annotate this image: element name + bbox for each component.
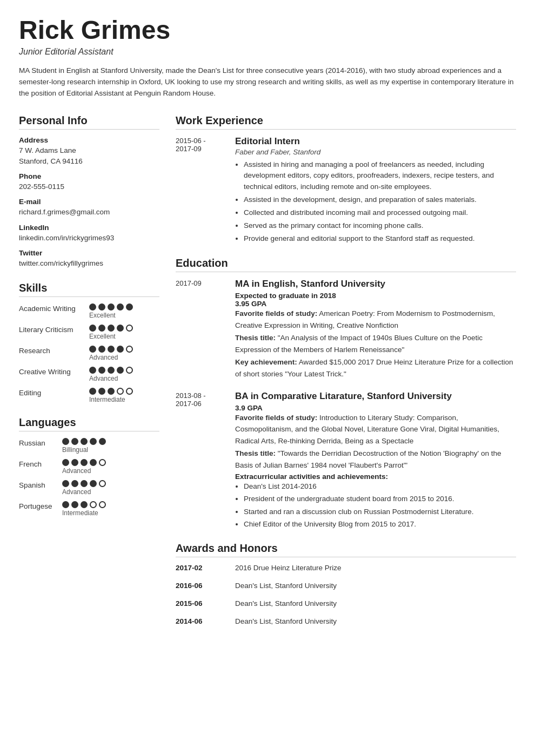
- skill-dot: [98, 367, 105, 374]
- edu-entry: 2017-09MA in English, Stanford Universit…: [176, 279, 516, 381]
- language-row: PortugeseIntermediate: [19, 501, 159, 517]
- linkedin-value: linkedin.com/in/rickygrimes93: [19, 233, 159, 244]
- language-dot: [71, 480, 78, 487]
- language-dot: [62, 501, 69, 508]
- skill-rating: Excellent: [89, 325, 133, 340]
- edu-fav: Favorite fields of study: Introduction t…: [235, 412, 516, 447]
- award-text: Dean's List, Stanford University: [235, 599, 337, 608]
- language-dot: [81, 480, 88, 487]
- skill-dot: [108, 346, 115, 353]
- award-text: 2016 Drue Heinz Literature Prize: [235, 564, 342, 572]
- right-column: Work Experience 2015-06 - 2017-09Editori…: [176, 114, 516, 636]
- skill-dot: [108, 303, 115, 310]
- language-dot: [90, 459, 97, 466]
- address-line2: Stanford, CA 94116: [19, 156, 159, 167]
- linkedin-label: LinkedIn: [19, 224, 159, 232]
- award-text: Dean's List, Stanford University: [235, 617, 337, 625]
- award-entry: 2017-022016 Drue Heinz Literature Prize: [176, 564, 516, 572]
- skill-rating: Excellent: [89, 303, 133, 319]
- language-dot: [71, 438, 78, 445]
- edu-gpa: 3.95 GPA: [235, 300, 516, 308]
- skill-dot: [108, 325, 115, 332]
- edu-entry: 2013-08 - 2017-06BA in Comparative Litar…: [176, 391, 516, 531]
- email-label: E-mail: [19, 198, 159, 206]
- edu-gpa: 3.9 GPA: [235, 404, 516, 412]
- language-dot: [90, 480, 97, 487]
- candidate-name: Rick Grimes: [19, 16, 516, 45]
- skills-section: Skills Academic WritingExcellentLiterary…: [19, 282, 159, 403]
- work-job-title: Editorial Intern: [235, 136, 516, 147]
- edu-date: 2013-08 - 2017-06: [176, 391, 224, 531]
- work-bullet-item: Provide general and editorial support to…: [244, 233, 516, 245]
- personal-info-title: Personal Info: [19, 114, 159, 130]
- skill-dot: [89, 346, 96, 353]
- award-text: Dean's List, Stanford University: [235, 582, 337, 590]
- language-row: FrenchAdvanced: [19, 459, 159, 475]
- skill-dot: [89, 388, 96, 395]
- edu-degree: BA in Comparative Litarature, Stanford U…: [235, 391, 516, 402]
- language-row: RussianBillingual: [19, 438, 159, 454]
- work-bullet-item: Served as the primary contact for incomi…: [244, 220, 516, 232]
- skill-row: ResearchAdvanced: [19, 346, 159, 361]
- language-rating: Intermediate: [62, 501, 106, 517]
- skill-dot: [98, 325, 105, 332]
- award-date: 2014-06: [176, 617, 224, 625]
- language-name: French: [19, 459, 57, 468]
- skill-dot: [98, 303, 105, 310]
- twitter-label: Twitter: [19, 249, 159, 257]
- skill-dot: [108, 367, 115, 374]
- skill-dot: [126, 346, 133, 353]
- languages-section: Languages RussianBillingualFrenchAdvance…: [19, 416, 159, 517]
- skill-level: Intermediate: [89, 396, 125, 403]
- phone-value: 202-555-0115: [19, 181, 159, 192]
- skill-dot: [126, 367, 133, 374]
- skill-dot: [117, 303, 124, 310]
- language-name: Portugese: [19, 501, 57, 510]
- language-level: Advanced: [62, 467, 91, 475]
- work-bullet-item: Assisted in hiring and managing a pool o…: [244, 159, 516, 193]
- award-entry: 2015-06Dean's List, Stanford University: [176, 599, 516, 608]
- email-value: richard.f.grimes@gmail.com: [19, 207, 159, 218]
- candidate-title: Junior Editorial Assistant: [19, 47, 516, 57]
- edu-key-achievement: Key achievement: Awarded $15,000 2017 Dr…: [235, 356, 516, 380]
- language-row: SpanishAdvanced: [19, 480, 159, 496]
- work-bullet-item: Assisted in the development, design, and…: [244, 194, 516, 206]
- skill-rating: Advanced: [89, 367, 133, 382]
- work-content: Editorial InternFaber and Faber, Stanfor…: [235, 136, 516, 246]
- edu-extra-bullet-item: President of the undergraduate student b…: [244, 493, 516, 505]
- language-level: Advanced: [62, 488, 91, 496]
- skill-dot: [126, 303, 133, 310]
- edu-extra-bullet-item: Started and ran a discussion club on Rus…: [244, 506, 516, 518]
- skill-dot: [98, 388, 105, 395]
- skill-name: Creative Writing: [19, 367, 84, 376]
- language-dot: [99, 480, 106, 487]
- skill-name: Research: [19, 346, 84, 355]
- skill-level: Excellent: [89, 333, 116, 340]
- language-dot: [71, 501, 78, 508]
- language-dot: [99, 438, 106, 445]
- language-rating: Advanced: [62, 480, 106, 496]
- skill-dot: [117, 346, 124, 353]
- skill-level: Advanced: [89, 354, 118, 361]
- phone-label: Phone: [19, 172, 159, 180]
- edu-thesis: Thesis title: "Towards the Derridian Dec…: [235, 448, 516, 471]
- language-level: Intermediate: [62, 509, 98, 517]
- awards-section: Awards and Honors 2017-022016 Drue Heinz…: [176, 542, 516, 625]
- language-dot: [81, 501, 88, 508]
- edu-content: MA in English, Stanford UniversityExpect…: [235, 279, 516, 381]
- language-level: Billingual: [62, 446, 88, 454]
- summary-text: MA Student in English at Stanford Univer…: [19, 65, 516, 99]
- edu-date: 2017-09: [176, 279, 224, 381]
- award-entry: 2014-06Dean's List, Stanford University: [176, 617, 516, 625]
- language-dot: [90, 501, 97, 508]
- award-entry: 2016-06Dean's List, Stanford University: [176, 582, 516, 590]
- edu-thesis: Thesis title: "An Analysis of the Impact…: [235, 332, 516, 355]
- award-date: 2017-02: [176, 564, 224, 572]
- work-section: Work Experience 2015-06 - 2017-09Editori…: [176, 114, 516, 246]
- language-rating: Advanced: [62, 459, 106, 475]
- edu-extra-label: Extracurricular activities and achieveme…: [235, 473, 516, 481]
- language-dot: [99, 501, 106, 508]
- skill-row: Academic WritingExcellent: [19, 303, 159, 319]
- language-dot: [90, 438, 97, 445]
- skill-dot: [108, 388, 115, 395]
